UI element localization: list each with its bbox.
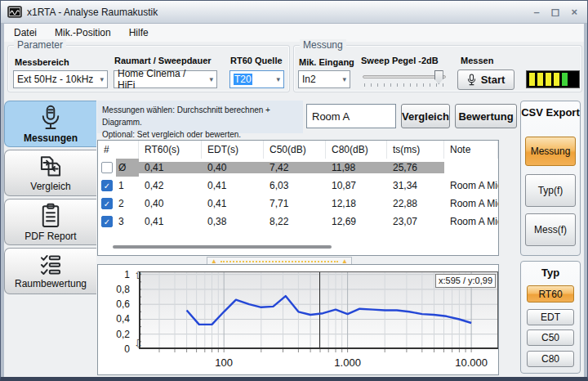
client-area: Parameter Messbereich Ext 50Hz - 10kHz ▾… — [4, 42, 584, 377]
raumart-select[interactable]: Home Cinema / HiFi ▾ — [114, 70, 217, 88]
cell-edt: 0,41 — [202, 198, 264, 209]
y-tick-label: 0,2 — [116, 329, 130, 340]
col-header[interactable]: Note — [444, 141, 498, 159]
col-header[interactable]: C80(dB) — [326, 141, 387, 159]
table-row[interactable]: ✓ 3 0,41 0,38 8,22 12,69 23,07 Room A Mi… — [98, 213, 498, 231]
menu-mik-position[interactable]: Mik.-Position — [55, 27, 111, 38]
y-tick-label: 1 — [124, 269, 130, 280]
cell-ts: 31,34 — [387, 180, 444, 191]
range-track — [220, 261, 338, 262]
level-meter — [526, 70, 580, 88]
y-axis-labels: 00,20,40,60,81 — [98, 271, 134, 349]
menu-bar: Datei Mik.-Position Hilfe — [4, 24, 584, 42]
rt60-quelle-value: T20 — [234, 74, 252, 85]
cell-rt60: 0,41 — [139, 216, 202, 227]
menu-datei[interactable]: Datei — [14, 27, 37, 38]
app-icon — [7, 6, 22, 18]
chart-plot-area[interactable]: x:595 / y:0,99 — [139, 271, 498, 353]
sidebar-tab-label: Vergleich — [30, 181, 70, 192]
measurements-table: # RT60(s) EDT(s) C50(dB) C80(dB) ts(ms) … — [97, 140, 499, 256]
table-horizontal-scrollbar[interactable] — [113, 245, 332, 249]
cell-note: Room A MicIn: — [444, 180, 498, 191]
vergleich-button[interactable]: Vergleich — [401, 104, 450, 128]
cell-c50: 7,42 — [264, 162, 326, 173]
typ-panel-title: Typ — [541, 267, 559, 279]
col-header[interactable]: ts(ms) — [387, 141, 444, 159]
sidebar-tab-raumbewertung[interactable]: Raumbewertung — [4, 248, 96, 294]
slider-track[interactable] — [363, 75, 446, 78]
col-header[interactable]: C50(dB) — [264, 141, 326, 159]
slider-ticks — [364, 83, 444, 87]
room-name-input[interactable] — [306, 104, 396, 128]
parameter-group-title: Parameter — [14, 39, 66, 51]
rt60-frequency-chart: 00,20,40,60,81 x:595 / y:0,99 ⇧ ⇩ 1001.0… — [97, 264, 499, 375]
chevron-down-icon: ▾ — [204, 75, 213, 83]
cell-c50: 8,22 — [264, 216, 326, 227]
col-header[interactable]: RT60(s) — [139, 141, 202, 159]
cell-ts: 25,76 — [387, 162, 444, 173]
csv-messung-button[interactable]: Messung — [525, 137, 576, 166]
sweep-pegel-slider[interactable] — [363, 69, 446, 89]
typ-rt60-button[interactable]: RT60 — [527, 285, 574, 303]
cell-c80: 10,87 — [326, 180, 387, 191]
typ-panel: Typ RT60 EDT C50 C80 — [520, 261, 581, 374]
row-id: 1 — [118, 180, 124, 191]
bewertung-button[interactable]: Bewertung — [455, 104, 517, 128]
microphone-icon — [467, 74, 476, 86]
menu-hilfe[interactable]: Hilfe — [129, 27, 149, 38]
typ-edt-button[interactable]: EDT — [527, 309, 574, 325]
checklist-icon — [38, 253, 64, 276]
cell-edt: 0,40 — [202, 162, 264, 173]
messbereich-label: Messbereich — [15, 57, 69, 67]
x-tick-label: 100 — [199, 356, 248, 369]
chevron-down-icon: ▾ — [337, 75, 346, 83]
raumart-label: Raumart / Sweepdauer — [114, 56, 212, 65]
y-axis-scroll-up-icon[interactable]: ⇧ — [134, 270, 143, 280]
slider-thumb[interactable] — [434, 70, 443, 84]
col-header[interactable]: # — [98, 141, 139, 159]
mik-eingang-value: In2 — [302, 74, 316, 85]
cell-rt60: 0,41 — [139, 162, 202, 173]
row-checkbox[interactable]: ✓ — [101, 180, 113, 191]
maximize-button[interactable]: ◻ — [551, 7, 560, 17]
cell-c80: 12,18 — [326, 198, 387, 209]
parameter-group: Parameter Messbereich Ext 50Hz - 10kHz ▾… — [7, 45, 290, 92]
table-row[interactable]: ✓ 1 0,42 0,41 6,03 10,87 31,34 Room A Mi… — [98, 177, 498, 195]
sidebar-tab-vergleich[interactable]: Vergleich — [4, 150, 96, 196]
sidebar-tab-messungen[interactable]: Messungen — [4, 101, 96, 147]
y-tick-label: 0,8 — [116, 284, 130, 295]
row-checkbox[interactable]: ✓ — [101, 198, 113, 209]
table-row-average[interactable]: ✓ Ø 0,41 0,40 7,42 11,98 25,76 — [98, 159, 498, 177]
row-checkbox[interactable]: ✓ — [101, 216, 113, 227]
sidebar-tab-pdf-report[interactable]: PDF Report — [4, 199, 96, 245]
x-axis-labels: 1001.00010.000 — [139, 356, 498, 370]
window-title: x1RTA - Analyse Raumakustik — [27, 7, 528, 18]
start-button[interactable]: Start — [457, 69, 514, 90]
typ-c80-button[interactable]: C80 — [527, 351, 574, 367]
cell-c50: 6,03 — [264, 180, 326, 191]
csv-typf-button[interactable]: Typ(f) — [525, 174, 576, 207]
y-tick-label: 0,4 — [116, 313, 130, 325]
sidebar-tab-label: Messungen — [24, 132, 78, 144]
close-button[interactable]: × — [571, 7, 577, 17]
table-row[interactable]: ✓ 2 0,40 0,41 7,71 12,18 22,88 Room A Mi… — [98, 195, 498, 213]
mik-eingang-select[interactable]: In2 ▾ — [298, 70, 350, 88]
row-checkbox[interactable]: ✓ — [101, 162, 113, 173]
cell-edt: 0,41 — [202, 180, 264, 191]
table-header-row: # RT60(s) EDT(s) C50(dB) C80(dB) ts(ms) … — [98, 141, 498, 159]
y-axis-scroll-down-icon[interactable]: ⇩ — [134, 338, 143, 349]
rt60-quelle-select[interactable]: T20 ▾ — [229, 70, 284, 88]
typ-c50-button[interactable]: C50 — [527, 329, 574, 346]
messung-group: Messung Mik. Eingang In2 ▾ Sweep Pegel -… — [293, 45, 582, 92]
cell-c50: 7,71 — [264, 198, 326, 209]
messbereich-select[interactable]: Ext 50Hz - 10kHz ▾ — [13, 70, 108, 88]
x-tick-label: 10.000 — [447, 356, 496, 369]
csv-messf-button[interactable]: Mess(f) — [525, 213, 576, 246]
cell-edt: 0,38 — [202, 216, 264, 227]
start-button-label: Start — [481, 74, 506, 86]
col-header[interactable]: EDT(s) — [202, 141, 264, 159]
row-id: 2 — [118, 198, 124, 209]
chevron-down-icon: ▾ — [271, 75, 280, 83]
minimize-button[interactable]: – — [533, 7, 539, 17]
cell-c80: 12,69 — [326, 216, 387, 227]
